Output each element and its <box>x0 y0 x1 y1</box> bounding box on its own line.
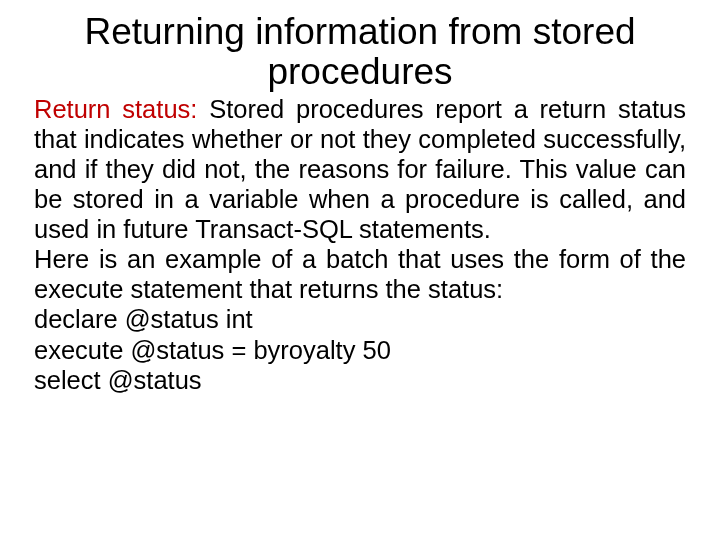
return-status-label: Return status: <box>34 95 197 123</box>
paragraph-return-status: Return status: Stored procedures report … <box>34 94 686 244</box>
code-line-select: select @status <box>34 365 686 395</box>
slide-title: Returning information from stored proced… <box>50 12 670 92</box>
code-line-declare: declare @status int <box>34 304 686 334</box>
paragraph-example-intro: Here is an example of a batch that uses … <box>34 244 686 304</box>
code-line-execute: execute @status = byroyalty 50 <box>34 335 686 365</box>
slide: Returning information from stored proced… <box>0 0 720 540</box>
slide-body: Return status: Stored procedures report … <box>34 94 686 395</box>
